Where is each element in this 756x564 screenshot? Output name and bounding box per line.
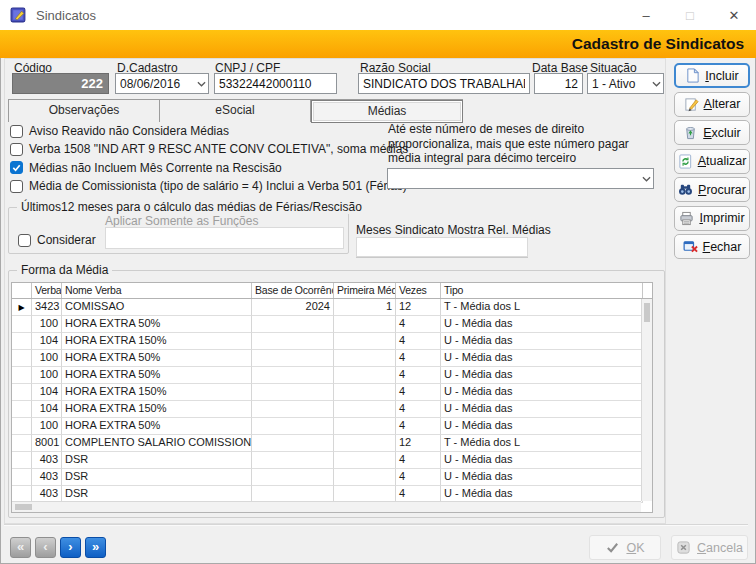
- table-row[interactable]: ▶3423COMISSAO2024112T - Média dos L: [12, 299, 652, 316]
- row-indicator-cell: [12, 316, 32, 333]
- cell: 1: [334, 299, 396, 316]
- cell: HORA EXTRA 50%: [62, 350, 252, 367]
- record-navigator: «‹›»: [10, 537, 106, 558]
- ultimos12-groupbox: Últimos12 meses para o cálculo das média…: [8, 207, 349, 254]
- cell: U - Média das: [441, 367, 643, 384]
- window-controls: – □ ✕: [624, 0, 756, 30]
- row-indicator-cell: ▶: [12, 299, 32, 316]
- proporcionaliza-select[interactable]: [387, 168, 654, 189]
- cell: HORA EXTRA 150%: [62, 333, 252, 350]
- ok-button[interactable]: OK: [589, 535, 661, 560]
- column-header[interactable]: Verba: [32, 283, 62, 298]
- chevron-down-icon: [649, 81, 663, 87]
- cell: [252, 333, 334, 350]
- procurar-button[interactable]: Procurar: [674, 177, 750, 202]
- button-label: Imprimir: [699, 211, 744, 225]
- column-header[interactable]: Nome Verba: [62, 283, 252, 298]
- medias-checkbox-4[interactable]: Média de Comissionista (tipo de salário …: [10, 177, 382, 195]
- checkbox-box[interactable]: [18, 234, 31, 247]
- meses-sindicato-input[interactable]: [356, 237, 528, 257]
- table-row[interactable]: 100HORA EXTRA 50%4U - Média das: [12, 350, 652, 367]
- cell: 104: [32, 401, 62, 418]
- data-base-input[interactable]: [534, 73, 583, 94]
- last-record-button[interactable]: »: [85, 537, 106, 558]
- cell: 4: [396, 452, 441, 469]
- cell: [252, 401, 334, 418]
- table-row[interactable]: 104HORA EXTRA 150%4U - Média das: [12, 333, 652, 350]
- situacao-select[interactable]: 1 - Ativo: [587, 73, 664, 94]
- cancel-button[interactable]: Cancela: [671, 535, 748, 560]
- cell: 4: [396, 469, 441, 486]
- table-row[interactable]: 100HORA EXTRA 50%4U - Média das: [12, 316, 652, 333]
- close-button[interactable]: ✕: [712, 0, 756, 30]
- imprimir-button[interactable]: Imprimir: [674, 206, 750, 231]
- first-record-button: «: [10, 537, 31, 558]
- cell: 4: [396, 350, 441, 367]
- button-label: Incluir: [705, 69, 738, 83]
- excluir-button[interactable]: Excluir: [674, 120, 750, 145]
- column-header[interactable]: Vezes: [396, 283, 441, 298]
- vertical-scrollbar[interactable]: [641, 299, 652, 501]
- cell: 100: [32, 350, 62, 367]
- cell: [334, 401, 396, 418]
- cell: 104: [32, 333, 62, 350]
- tab-observações[interactable]: Observações: [8, 100, 160, 122]
- aplicar-funcoes-input[interactable]: [105, 227, 344, 249]
- close-window-icon: [683, 239, 698, 254]
- table-row[interactable]: 100HORA EXTRA 50%4U - Média das: [12, 418, 652, 435]
- cell: [252, 435, 334, 452]
- alterar-button[interactable]: Alterar: [674, 92, 750, 117]
- cell: [334, 350, 396, 367]
- medias-checkbox-3[interactable]: Médias não Incluem Mês Corrente na Resci…: [10, 159, 382, 177]
- next-record-button[interactable]: ›: [60, 537, 81, 558]
- checked-checkbox-box[interactable]: [10, 161, 23, 174]
- column-header[interactable]: Primeira Média: [334, 283, 396, 298]
- cell: HORA EXTRA 150%: [62, 384, 252, 401]
- checkbox-box[interactable]: [10, 180, 23, 193]
- table-row[interactable]: 403DSR4U - Média das: [12, 452, 652, 469]
- column-header[interactable]: Tipo: [441, 283, 643, 298]
- dcadastro-datepicker[interactable]: 08/06/2016: [115, 73, 209, 94]
- row-indicator-cell: [12, 418, 32, 435]
- scrollbar-thumb[interactable]: [15, 504, 32, 510]
- medias-checkbox-1[interactable]: Aviso Reavido não Considera Médias: [10, 122, 382, 140]
- table-row[interactable]: 104HORA EXTRA 150%4U - Média das: [12, 384, 652, 401]
- minimize-button[interactable]: –: [624, 0, 668, 30]
- scrollbar-thumb[interactable]: [644, 303, 650, 322]
- cell: COMISSAO: [62, 299, 252, 316]
- medias-checkbox-list: Aviso Reavido não Considera MédiasVerba …: [10, 122, 382, 195]
- table-row[interactable]: 403DSR4U - Média das: [12, 469, 652, 486]
- cell: U - Média das: [441, 469, 643, 486]
- horizontal-scrollbar[interactable]: [12, 501, 641, 512]
- column-header[interactable]: Base de Ocorrência: [252, 283, 334, 298]
- cnpj-input[interactable]: [214, 73, 337, 94]
- medias-checkbox-2[interactable]: Verba 1508 "IND ART 9 RESC ANTE CONV COL…: [10, 140, 382, 158]
- tab-médias[interactable]: Médias: [311, 100, 463, 123]
- footer-divider: [4, 524, 748, 526]
- checkbox-box[interactable]: [10, 125, 23, 138]
- cell: 12: [396, 299, 441, 316]
- incluir-button[interactable]: Incluir: [674, 63, 750, 88]
- tab-strip: ObservaçõeseSocialMédias: [8, 99, 463, 122]
- table-row[interactable]: 104HORA EXTRA 150%4U - Média das: [12, 401, 652, 418]
- checkbox-box[interactable]: [10, 143, 23, 156]
- tab-esocial[interactable]: eSocial: [160, 100, 311, 122]
- row-indicator-cell: [12, 333, 32, 350]
- table-row[interactable]: 8001COMPLENTO SALARIO COMISSIONISTA12T -…: [12, 435, 652, 452]
- new-document-icon: [685, 68, 700, 83]
- fechar-button[interactable]: Fechar: [674, 234, 750, 259]
- table-row[interactable]: 100HORA EXTRA 50%4U - Média das: [12, 367, 652, 384]
- considerar-checkbox[interactable]: Considerar: [18, 233, 96, 247]
- window-title: Sindicatos: [36, 8, 96, 23]
- razao-social-input[interactable]: [358, 73, 530, 94]
- chevron-down-icon: [639, 176, 653, 182]
- cell: 4: [396, 418, 441, 435]
- row-indicator-cell: [12, 435, 32, 452]
- binoculars-icon: [678, 182, 693, 197]
- title-bar: Sindicatos – □ ✕: [0, 0, 756, 30]
- button-label: Procurar: [698, 183, 746, 197]
- cancel-label: Cancela: [697, 541, 743, 555]
- checkbox-label: Médias não Incluem Mês Corrente na Resci…: [29, 161, 282, 175]
- atualizar-button[interactable]: Atualizar: [674, 149, 750, 174]
- cell: 4: [396, 333, 441, 350]
